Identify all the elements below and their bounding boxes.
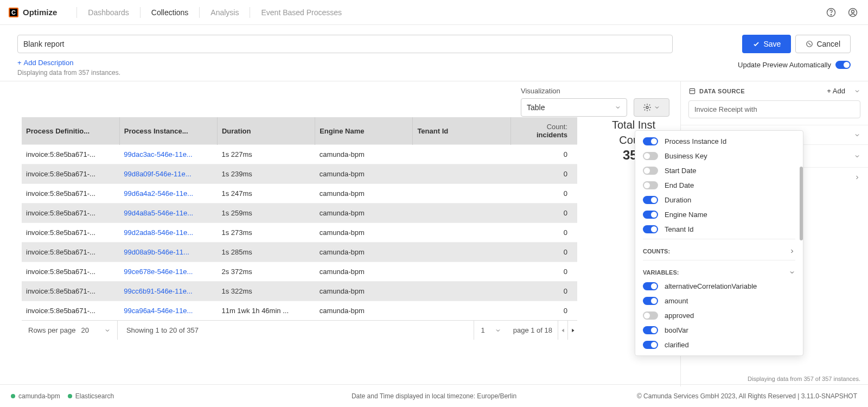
save-button[interactable]: Save [742,35,791,53]
toggle[interactable] [643,326,658,334]
toggle[interactable] [643,225,658,233]
chevron-down-icon [654,104,660,111]
popover-variable-item[interactable]: clarified [635,338,803,352]
instances-summary: Displaying data from 357 instances. [17,69,727,77]
popover-item[interactable]: Business Key [635,149,803,163]
nav-collections[interactable]: Collections [147,8,193,17]
toggle[interactable] [643,196,658,204]
popover-variable-item[interactable]: alternativeCorrelationVariable [635,279,803,294]
update-preview-toggle[interactable] [835,61,851,69]
popover-variable-item[interactable]: boolVar [635,323,803,338]
cell-instance-link[interactable]: 99ca96a4-546e-11e... [119,301,217,321]
toggle[interactable] [643,282,658,290]
svg-rect-6 [690,88,694,93]
cell-definition: invoice:5:8e5ba671-... [22,301,119,321]
popover-item[interactable]: End Date [635,178,803,193]
popover-variable-item[interactable]: approved [635,308,803,323]
cell-engine: camunda-bpm [315,204,413,223]
popover-item-label: Process Instance Id [665,137,726,145]
count-header-prefix: Count: [547,123,567,131]
cell-engine: camunda-bpm [315,301,413,321]
cell-engine: camunda-bpm [315,223,413,243]
update-preview-label: Update Preview Automatically [738,61,831,69]
status-elasticsearch: Elasticsearch [68,392,114,400]
cell-tenant [413,184,510,204]
cell-definition: invoice:5:8e5ba671-... [22,243,119,262]
cancel-icon [806,40,813,48]
chevron-right-icon [854,174,860,181]
popover-scrollbar[interactable] [800,167,803,240]
popover-item[interactable]: Start Date [635,163,803,178]
cell-instance-link[interactable]: 99cc6b91-546e-11e... [119,282,217,301]
cell-duration: 11m 1wk 1h 46min ... [217,301,315,321]
cell-duration: 1s 227ms [217,145,315,164]
triangle-left-icon [560,328,566,333]
cell-engine: camunda-bpm [315,164,413,184]
toggle[interactable] [643,297,658,305]
cell-instance-link[interactable]: 99dac3ac-546e-11e... [119,145,217,164]
cell-engine: camunda-bpm [315,184,413,204]
col-header-engine[interactable]: Engine Name [315,117,413,145]
svg-point-1 [831,14,831,15]
col-header-tenant[interactable]: Tenant Id [413,117,510,145]
help-icon[interactable] [825,6,838,19]
next-page-button[interactable] [567,321,577,340]
popover-item[interactable]: Tenant Id [635,222,803,237]
toggle[interactable] [643,311,658,320]
toggle[interactable] [643,152,658,160]
cell-definition: invoice:5:8e5ba671-... [22,262,119,282]
status-dot-icon [68,394,72,398]
popover-item[interactable]: Process Instance Id [635,134,803,149]
user-icon[interactable] [846,6,859,19]
toggle[interactable] [643,341,658,349]
col-header-duration[interactable]: Duration [217,117,315,145]
footer-copyright: © Camunda Services GmbH 2023, All Rights… [637,392,857,400]
visualization-settings-button[interactable] [634,98,669,117]
popover-item-label: Business Key [665,152,707,160]
cancel-button[interactable]: Cancel [795,35,851,53]
popover-variable-item[interactable]: amount [635,294,803,308]
counts-section-header[interactable]: COUNTS: [635,241,803,258]
rows-per-page-select[interactable]: 20 [81,326,110,334]
nav-event-based[interactable]: Event Based Processes [257,8,346,17]
col-header-count[interactable]: Count: incidents [510,117,577,145]
cell-instance-link[interactable]: 99d6a4a2-546e-11e... [119,184,217,204]
cell-instance-link[interactable]: 99d4a8a5-546e-11e... [119,204,217,223]
cell-instance-link[interactable]: 99ce678e-546e-11e... [119,262,217,282]
data-source-box[interactable]: Invoice Receipt with [688,100,860,118]
nav-dashboards[interactable]: Dashboards [84,8,133,17]
cell-duration: 1s 273ms [217,223,315,243]
cell-instance-link[interactable]: 99d8a09f-546e-11e... [119,164,217,184]
counts-label: COUNTS: [643,248,670,255]
cell-definition: invoice:5:8e5ba671-... [22,223,119,243]
variables-section-header[interactable]: VARIABLES: [635,263,803,279]
report-name-input[interactable] [17,35,673,53]
toggle[interactable] [643,181,658,189]
visualization-select[interactable]: Table [521,98,627,117]
nav-analysis[interactable]: Analysis [206,8,243,17]
toggle[interactable] [643,167,658,175]
popover-item[interactable]: Engine Name [635,207,803,222]
toggle[interactable] [643,211,658,219]
cell-engine: camunda-bpm [315,262,413,282]
add-description-button[interactable]: + Add Description [17,59,73,67]
cell-count: 0 [510,301,577,321]
visualization-selected: Table [527,103,545,112]
popover-item[interactable]: Duration [635,193,803,207]
popover-item-label: Start Date [665,167,697,175]
cell-instance-link[interactable]: 99d08a9b-546e-11... [119,243,217,262]
popover-item-label: boolVar [665,326,688,334]
chevron-down-icon[interactable] [854,88,860,94]
chevron-down-icon [789,269,795,276]
col-header-instance[interactable]: Process Instance... [119,117,217,145]
page-input-group[interactable]: 1 [474,321,507,340]
toggle[interactable] [643,137,658,145]
table-row: invoice:5:8e5ba671-...99d2ada8-546e-11e.… [22,223,577,243]
prev-page-button[interactable] [558,321,567,340]
add-data-source-button[interactable]: + Add [827,87,845,95]
col-header-definition[interactable]: Process Definitio... [22,117,119,145]
update-preview-toggle-row: Update Preview Automatically [738,61,851,69]
plus-icon: + [17,59,22,67]
cell-count: 0 [510,184,577,204]
cell-instance-link[interactable]: 99d2ada8-546e-11e... [119,223,217,243]
